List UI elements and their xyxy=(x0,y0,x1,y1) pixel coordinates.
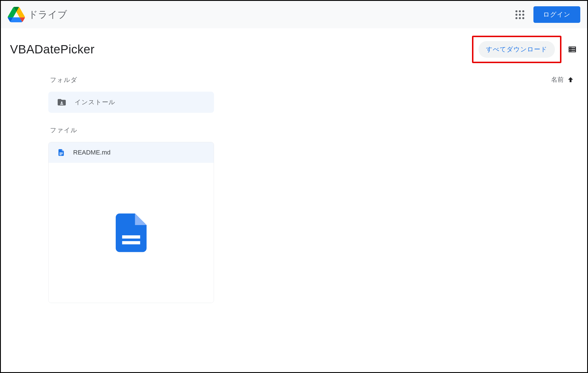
login-button[interactable]: ログイン xyxy=(533,6,580,23)
files-grid: README.md xyxy=(48,142,576,303)
toolbar-right: すべてダウンロード xyxy=(472,36,579,63)
download-all-button[interactable]: すべてダウンロード xyxy=(479,41,555,58)
app-header: ドライブ ログイン xyxy=(1,1,587,28)
svg-rect-9 xyxy=(122,241,140,244)
drive-logo-lockup[interactable]: ドライブ xyxy=(8,6,67,23)
folders-grid: インストール xyxy=(48,92,576,113)
svg-rect-6 xyxy=(59,154,63,154)
product-name: ドライブ xyxy=(28,8,67,21)
file-item[interactable]: README.md xyxy=(48,142,214,303)
header-right: ログイン xyxy=(513,6,580,23)
svg-point-4 xyxy=(61,102,62,103)
docs-file-icon xyxy=(57,149,65,157)
shared-folder-icon xyxy=(57,97,67,107)
arrow-up-icon xyxy=(567,76,574,83)
files-section: ファイル README.md xyxy=(48,126,576,303)
svg-rect-0 xyxy=(569,47,576,52)
apps-grid-icon xyxy=(515,10,524,19)
header-left: ドライブ xyxy=(8,6,67,23)
docs-large-icon xyxy=(116,213,147,253)
folder-item[interactable]: インストール xyxy=(48,92,214,113)
folder-name: インストール xyxy=(75,98,115,107)
google-apps-button[interactable] xyxy=(513,8,527,21)
sort-direction-button[interactable] xyxy=(565,75,576,85)
page-title: VBADatePicker xyxy=(10,43,95,56)
svg-rect-7 xyxy=(59,155,61,155)
svg-rect-5 xyxy=(59,153,63,153)
file-preview xyxy=(49,163,214,303)
folders-header-row: フォルダ 名前 xyxy=(48,71,576,92)
content-area: フォルダ 名前 インストール ファイル xyxy=(1,71,587,303)
file-name: README.md xyxy=(73,149,111,156)
list-view-icon xyxy=(568,45,577,54)
list-view-toggle-button[interactable] xyxy=(565,43,579,56)
sort-label: 名前 xyxy=(551,75,564,84)
annotation-highlight: すべてダウンロード xyxy=(472,36,561,63)
svg-rect-8 xyxy=(122,235,140,238)
files-section-label: ファイル xyxy=(50,126,576,135)
file-card-header: README.md xyxy=(49,142,214,163)
folders-section-label: フォルダ xyxy=(50,76,77,84)
drive-logo-icon xyxy=(8,6,25,23)
sort-control[interactable]: 名前 xyxy=(551,75,576,85)
page-toolbar: VBADatePicker すべてダウンロード xyxy=(1,28,587,71)
